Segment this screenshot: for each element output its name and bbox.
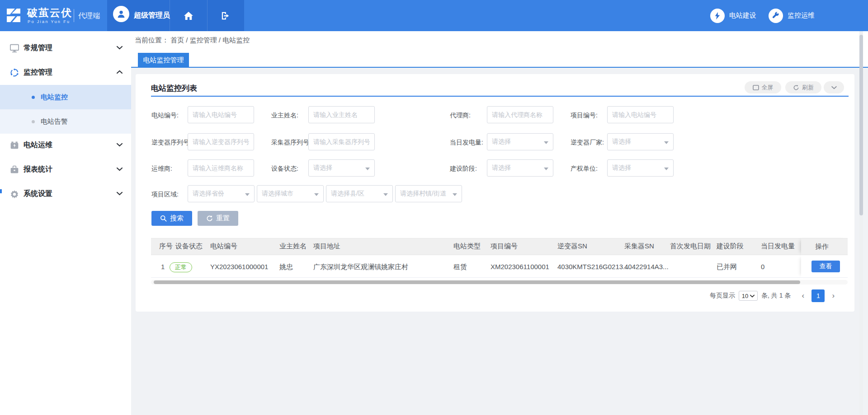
cell-inverter-sn: 4030KMTS216G0213... (557, 263, 629, 270)
sidebar-item-settings[interactable]: 系统设置 (0, 182, 131, 206)
chevron-down-icon (117, 46, 123, 50)
breadcrumb-monitor-mgmt[interactable]: 监控管理 (190, 36, 217, 44)
inverter-vendor-select[interactable]: 请选择 (607, 133, 674, 150)
col-inverter-sn: 逆变器SN (557, 242, 587, 251)
search-icon (160, 215, 167, 222)
inverter-sn-input[interactable] (188, 133, 254, 150)
sidebar-item-station-ops[interactable]: 电站运维 (0, 133, 131, 158)
col-owner: 业主姓名 (279, 242, 307, 251)
chevron-down-icon (117, 191, 123, 196)
sidebar-item-station-monitor[interactable]: 电站监控 (0, 85, 131, 109)
cell-build-stage: 已并网 (717, 263, 737, 271)
header-user-section: 超级管理员 (107, 0, 244, 31)
header-nav-station-build[interactable]: 电站建设 (710, 0, 756, 31)
select-arrow-icon (453, 193, 457, 196)
region-county-select[interactable]: 请选择县/区 (326, 185, 393, 202)
chevron-down-icon (117, 143, 123, 147)
owner-name-input[interactable] (308, 106, 375, 123)
region-province-select[interactable]: 请选择省份 (188, 185, 255, 202)
daily-energy-select[interactable]: 请选择 (487, 133, 553, 150)
col-device-status: 设备状态 (175, 242, 203, 251)
field-label: 代理商: (450, 112, 471, 120)
col-station-no: 电站编号 (210, 242, 237, 251)
current-user-name[interactable]: 超级管理员 (134, 11, 170, 20)
table-hscrollbar-thumb[interactable] (154, 280, 800, 284)
field-label: 业主姓名: (271, 112, 298, 120)
col-build-stage: 建设阶段 (717, 242, 744, 251)
reset-button[interactable]: 重置 (198, 211, 238, 226)
fullscreen-icon (753, 85, 759, 90)
total-count-label: 条, 共 1 条 (761, 292, 791, 300)
sidebar-item-reports[interactable]: 报表统计 (0, 158, 131, 182)
search-button[interactable]: 搜索 (151, 211, 192, 226)
station-no-input[interactable] (188, 106, 254, 123)
col-address: 项目地址 (313, 242, 340, 251)
sidebar-item-general[interactable]: 常规管理 (0, 36, 131, 61)
breadcrumb: 当前位置： 首页 / 监控管理 / 电站监控 (135, 36, 250, 45)
breadcrumb-home[interactable]: 首页 (170, 36, 184, 44)
brand-logo-icon (6, 8, 21, 23)
cell-daily-energy: 0 (761, 263, 764, 270)
next-page-button[interactable]: › (827, 291, 839, 300)
field-label: 运维商: (151, 165, 172, 173)
select-arrow-icon (544, 168, 548, 170)
field-label: 当日发电量: (450, 139, 483, 147)
prev-page-button[interactable]: ‹ (797, 291, 809, 300)
panel-title: 电站监控列表 (151, 83, 197, 93)
nav-label: 监控运维 (788, 11, 815, 20)
region-city-select[interactable]: 请选择城市 (257, 185, 324, 202)
device-status-select[interactable]: 请选择 (308, 159, 375, 177)
user-icon (116, 9, 126, 19)
chevron-up-icon (117, 70, 123, 74)
field-label: 建设阶段: (450, 165, 477, 173)
fullscreen-button[interactable]: 全屏 (745, 81, 781, 93)
project-no-input[interactable] (607, 106, 674, 123)
sidebar-item-monitor-mgmt[interactable]: 监控管理 (0, 61, 131, 85)
logout-button[interactable] (207, 0, 244, 31)
reset-icon (206, 215, 213, 222)
tab-station-monitor-mgmt[interactable]: 电站监控管理 (138, 53, 189, 67)
sidebar-item-station-alarm[interactable]: 电站告警 (0, 109, 131, 134)
page-vscrollbar-track (859, 31, 863, 415)
property-unit-select[interactable]: 请选择 (607, 159, 674, 177)
app-root: 破茧云伏 Po Jian Yun Fu 代理端 超级管理员 (0, 0, 868, 415)
select-arrow-icon (544, 141, 548, 144)
table-hscrollbar-track (151, 280, 848, 284)
user-avatar[interactable] (113, 6, 129, 22)
header-nav-monitor-ops[interactable]: 监控运维 (769, 0, 815, 31)
field-label: 设备状态: (271, 165, 298, 173)
gear-icon (10, 190, 19, 199)
sidebar-scroll-indicator (0, 189, 2, 193)
brand-divider (74, 9, 74, 22)
tab-strip-underline (131, 67, 868, 68)
col-collector-sn: 采集器SN (624, 242, 654, 251)
per-page-select[interactable]: 10 (739, 291, 758, 301)
col-daily-energy: 当日发电量 (761, 242, 795, 251)
build-stage-select[interactable]: 请选择 (487, 159, 553, 177)
maintainer-input[interactable] (188, 159, 254, 177)
field-label: 逆变器厂家: (571, 139, 604, 147)
cell-collector-sn: 40422914A3... (624, 263, 669, 270)
agent-input[interactable] (487, 106, 553, 123)
top-header: 破茧云伏 Po Jian Yun Fu 代理端 超级管理员 (0, 0, 868, 31)
panel-title-underline (151, 96, 849, 97)
col-project-no: 项目编号 (491, 242, 518, 251)
page-vscrollbar-thumb[interactable] (859, 35, 863, 215)
field-label: 采集器序列号: (271, 139, 311, 147)
col-index: 序号 (159, 242, 173, 251)
page-1-button[interactable]: 1 (811, 289, 825, 302)
refresh-icon (793, 84, 799, 91)
refresh-button[interactable]: 刷新 (785, 81, 821, 93)
col-first-power-date: 首次发电日期 (670, 242, 711, 251)
cell-station-no: YX2023061000001 (210, 263, 268, 270)
field-label: 项目编号: (571, 112, 598, 120)
select-arrow-icon (664, 168, 669, 170)
collector-sn-input[interactable] (308, 133, 375, 150)
home-button[interactable] (170, 0, 207, 31)
collapse-panel-button[interactable] (824, 81, 844, 93)
select-arrow-icon (383, 193, 388, 196)
field-label: 电站编号: (151, 112, 179, 120)
view-button[interactable]: 查看 (811, 261, 840, 272)
region-town-select[interactable]: 请选择村镇/街道 (395, 185, 462, 202)
breadcrumb-prefix: 当前位置： (135, 36, 169, 44)
